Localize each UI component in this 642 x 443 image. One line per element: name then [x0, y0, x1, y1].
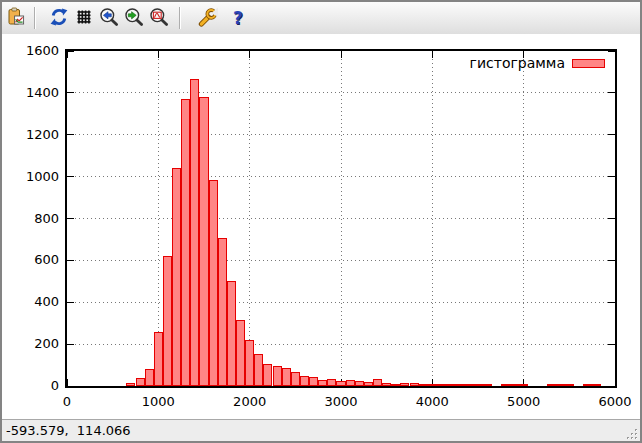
y-tick-label: 1400: [5, 85, 59, 100]
histogram-bar: [327, 379, 336, 386]
histogram-bar: [209, 180, 218, 386]
plot-area: гистограмма 0100020003000400050006000020…: [65, 49, 617, 388]
gridline-horizontal: [67, 344, 615, 345]
x-tick-label: 2000: [215, 394, 285, 409]
gridline-horizontal: [67, 92, 615, 93]
y-tick-mark: [67, 51, 74, 52]
histogram-bar: [464, 384, 473, 386]
toolbar: ?: [2, 2, 640, 35]
histogram-bar: [309, 377, 318, 386]
histogram-bar: [318, 380, 327, 386]
y-tick-label: 400: [5, 294, 59, 309]
plot-inner: [67, 51, 615, 386]
histogram-bar: [154, 332, 163, 386]
histogram-bar: [501, 384, 510, 386]
toolbar-separator: [179, 7, 180, 29]
x-tick-label: 3000: [306, 394, 376, 409]
histogram-bar: [145, 369, 154, 386]
magnifier-plot-icon: [149, 7, 169, 30]
gridline-horizontal: [67, 176, 615, 177]
histogram-bar: [263, 364, 272, 386]
histogram-bar: [547, 384, 556, 386]
plot-canvas[interactable]: гистограмма 0100020003000400050006000020…: [2, 34, 640, 420]
histogram-bar: [446, 384, 455, 386]
y-tick-mark-right: [608, 134, 615, 135]
histogram-bar: [190, 79, 199, 386]
y-tick-mark: [67, 134, 74, 135]
y-tick-label: 1600: [5, 43, 59, 58]
y-tick-mark: [67, 176, 74, 177]
gridline-horizontal: [67, 134, 615, 135]
toggle-grid-button[interactable]: [72, 6, 96, 30]
histogram-bar: [199, 97, 208, 386]
y-tick-label: 0: [5, 378, 59, 393]
zoom-previous-button[interactable]: [97, 6, 121, 30]
histogram-bar: [273, 366, 282, 386]
histogram-bar: [437, 384, 446, 386]
histogram-bar: [592, 384, 601, 386]
y-tick-mark-right: [608, 218, 615, 219]
x-tick-mark-top: [158, 51, 159, 58]
y-tick-label: 600: [5, 252, 59, 267]
y-tick-mark-right: [608, 260, 615, 261]
magnifier-right-arrow-icon: [124, 7, 144, 30]
histogram-bar: [227, 281, 236, 386]
histogram-bar: [428, 384, 437, 386]
y-tick-mark: [67, 260, 74, 261]
histogram-bar: [510, 384, 519, 386]
y-tick-label: 200: [5, 336, 59, 351]
histogram-bar: [391, 384, 400, 386]
histogram-bar: [364, 382, 373, 386]
histogram-bar: [483, 384, 492, 386]
y-tick-mark: [67, 386, 74, 387]
y-tick-mark: [67, 344, 74, 345]
histogram-bar: [565, 384, 574, 386]
clipboard-chart-icon: [6, 7, 26, 30]
histogram-bar: [172, 168, 181, 386]
histogram-bar: [519, 384, 528, 386]
histogram-bar: [336, 381, 345, 386]
cursor-coordinates: -593.579, 114.066: [2, 423, 625, 438]
histogram-bar: [254, 354, 263, 386]
histogram-bar: [419, 384, 428, 386]
copy-to-clipboard-button[interactable]: [4, 6, 28, 30]
x-tick-label: 1000: [123, 394, 193, 409]
x-tick-mark-top: [432, 51, 433, 58]
gridline-horizontal: [67, 260, 615, 261]
y-tick-mark: [67, 302, 74, 303]
histogram-bar: [163, 256, 172, 386]
grid-icon: [74, 7, 94, 30]
histogram-bar: [410, 383, 419, 386]
gridline-horizontal: [67, 218, 615, 219]
zoom-next-button[interactable]: [122, 6, 146, 30]
histogram-bar: [126, 383, 135, 386]
y-tick-mark-right: [608, 92, 615, 93]
legend-label: гистограмма: [470, 55, 565, 71]
settings-button[interactable]: [196, 6, 220, 30]
histogram-bar: [346, 380, 355, 386]
status-bar: -593.579, 114.066: [2, 419, 640, 441]
y-tick-mark-right: [608, 302, 615, 303]
x-tick-label: 4000: [397, 394, 467, 409]
y-tick-label: 1000: [5, 169, 59, 184]
histogram-bar: [218, 238, 227, 386]
y-tick-mark-right: [608, 386, 615, 387]
resize-grip-icon[interactable]: [625, 426, 639, 440]
toolbar-separator: [34, 7, 35, 29]
histogram-bar: [382, 383, 391, 386]
legend-swatch: [572, 59, 605, 68]
histogram-bar: [373, 379, 382, 386]
replot-button[interactable]: [47, 6, 71, 30]
histogram-bar: [556, 384, 565, 386]
gridline-horizontal: [67, 302, 615, 303]
x-tick-mark-top: [615, 51, 616, 58]
restore-zoom-button[interactable]: [147, 6, 171, 30]
x-tick-mark-top: [341, 51, 342, 58]
histogram-bar: [400, 383, 409, 386]
histogram-bar: [245, 340, 254, 386]
y-tick-label: 1200: [5, 127, 59, 142]
magnifier-left-arrow-icon: [99, 7, 119, 30]
histogram-bar: [583, 384, 592, 386]
help-button[interactable]: ?: [226, 6, 250, 30]
y-tick-mark: [67, 218, 74, 219]
